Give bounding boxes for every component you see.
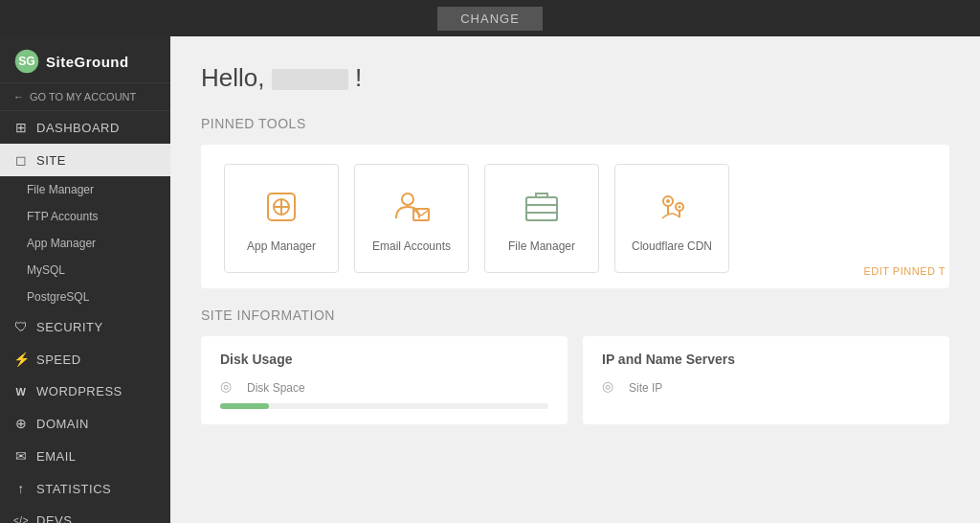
- sidebar-item-dashboard[interactable]: ⊞ DASHBOARD: [0, 111, 170, 144]
- app-manager-sub-label: App Manager: [27, 237, 96, 250]
- cloudflare-cdn-icon: [649, 184, 695, 230]
- disk-bar-background: [220, 403, 548, 409]
- domain-icon: ⊕: [13, 416, 29, 431]
- wordpress-label: WORDPRESS: [36, 384, 122, 398]
- greeting-suffix: !: [355, 63, 362, 92]
- disk-icon: ◎: [220, 378, 239, 398]
- statistics-icon: ↑: [13, 481, 29, 496]
- sidebar-sub-app-manager[interactable]: App Manager: [0, 230, 170, 257]
- top-bar: CHANGE: [0, 0, 980, 36]
- sidebar-item-devs[interactable]: </> DEVS: [0, 505, 170, 523]
- app-manager-label: App Manager: [247, 239, 316, 253]
- edit-pinned-button[interactable]: EDIT PINNED T: [863, 265, 949, 277]
- disk-bar-fill: [220, 403, 269, 409]
- security-icon: 🛡: [13, 319, 29, 334]
- ftp-accounts-sub-label: FTP Accounts: [27, 210, 98, 223]
- greeting: Hello, !: [201, 63, 949, 93]
- change-button[interactable]: CHANGE: [437, 7, 543, 31]
- sidebar-item-email[interactable]: ✉ EMAIL: [0, 440, 170, 472]
- ip-icon: ◎: [602, 378, 621, 398]
- dashboard-icon: ⊞: [13, 120, 29, 135]
- file-manager-label: File Manager: [508, 239, 575, 253]
- svg-text:SG: SG: [18, 55, 35, 68]
- site-info-section: Site Information Disk Usage ◎ Disk Space…: [201, 307, 949, 424]
- sidebar-sub-mysql[interactable]: MySQL: [0, 257, 170, 284]
- site-label: SITE: [36, 153, 66, 168]
- cloudflare-cdn-label: Cloudflare CDN: [632, 239, 712, 253]
- svg-point-12: [666, 199, 670, 203]
- tools-grid: App Manager Email Accounts: [224, 164, 926, 273]
- tool-app-manager[interactable]: App Manager: [224, 164, 339, 273]
- tool-file-manager[interactable]: File Manager: [484, 164, 599, 273]
- domain-label: DOMAIN: [36, 417, 89, 431]
- pinned-tools-card: App Manager Email Accounts: [201, 145, 949, 288]
- file-manager-icon: [519, 184, 565, 230]
- statistics-label: STATISTICS: [36, 482, 111, 496]
- tool-email-accounts[interactable]: Email Accounts: [354, 164, 469, 273]
- pinned-tools-title: Pinned Tools: [201, 116, 949, 131]
- site-ip-row: ◎ Site IP: [602, 378, 930, 398]
- go-to-account-label: GO TO MY ACCOUNT: [30, 91, 136, 102]
- sidebar-sub-file-manager[interactable]: File Manager: [0, 176, 170, 203]
- speed-icon: ⚡: [13, 352, 29, 367]
- logo-text: SiteGround: [46, 54, 129, 70]
- dashboard-label: DASHBOARD: [36, 121, 120, 135]
- sidebar-sub-postgresql[interactable]: PostgreSQL: [0, 284, 170, 310]
- sidebar-item-wordpress[interactable]: W WORDPRESS: [0, 375, 170, 407]
- site-ip-label: Site IP: [629, 381, 662, 395]
- sidebar-item-domain[interactable]: ⊕ DOMAIN: [0, 407, 170, 440]
- disk-space-row: ◎ Disk Space: [220, 378, 548, 398]
- back-arrow-icon: ←: [13, 91, 24, 102]
- disk-space-label: Disk Space: [247, 381, 305, 395]
- ip-name-servers-title: IP and Name Servers: [602, 352, 930, 367]
- disk-usage-card: Disk Usage ◎ Disk Space: [201, 336, 568, 424]
- sidebar-logo: SG SiteGround: [0, 36, 170, 82]
- app-manager-icon: [258, 184, 304, 230]
- svg-point-14: [679, 206, 681, 209]
- sidebar-item-site[interactable]: ◻ SITE: [0, 144, 170, 176]
- greeting-text: Hello,: [201, 63, 264, 92]
- file-manager-sub-label: File Manager: [27, 183, 94, 196]
- sidebar-item-security[interactable]: 🛡 SECURITY: [0, 310, 170, 343]
- security-label: SECURITY: [36, 320, 103, 334]
- devs-icon: </>: [13, 515, 29, 523]
- site-icon: ◻: [13, 152, 29, 168]
- postgresql-sub-label: PostgreSQL: [27, 290, 89, 304]
- speed-label: SPEED: [36, 352, 81, 367]
- email-accounts-label: Email Accounts: [372, 239, 451, 253]
- username-blurred: [272, 69, 348, 90]
- svg-point-6: [402, 193, 413, 205]
- wordpress-icon: W: [13, 386, 29, 398]
- disk-usage-title: Disk Usage: [220, 352, 548, 367]
- content-area: Hello, ! Pinned Tools App Ma: [170, 36, 980, 523]
- sidebar-item-statistics[interactable]: ↑ STATISTICS: [0, 472, 170, 505]
- site-info-cards: Disk Usage ◎ Disk Space IP and Name Serv…: [201, 336, 949, 424]
- siteground-logo-icon: SG: [13, 48, 40, 75]
- email-icon: ✉: [13, 448, 29, 464]
- devs-label: DEVS: [36, 513, 72, 523]
- main-layout: SG SiteGround ← GO TO MY ACCOUNT ⊞ DASHB…: [0, 36, 980, 523]
- go-to-account-link[interactable]: ← GO TO MY ACCOUNT: [0, 82, 170, 111]
- mysql-sub-label: MySQL: [27, 263, 65, 277]
- ip-name-servers-card: IP and Name Servers ◎ Site IP: [583, 336, 949, 424]
- pinned-tools-section: Pinned Tools App Manager: [201, 116, 949, 288]
- sidebar-item-speed[interactable]: ⚡ SPEED: [0, 343, 170, 375]
- sidebar-sub-ftp-accounts[interactable]: FTP Accounts: [0, 203, 170, 230]
- site-info-title: Site Information: [201, 307, 949, 323]
- email-label: EMAIL: [36, 449, 77, 464]
- sidebar: SG SiteGround ← GO TO MY ACCOUNT ⊞ DASHB…: [0, 36, 170, 523]
- svg-rect-8: [526, 197, 557, 220]
- tool-cloudflare-cdn[interactable]: Cloudflare CDN: [614, 164, 729, 273]
- email-accounts-icon: [389, 184, 434, 230]
